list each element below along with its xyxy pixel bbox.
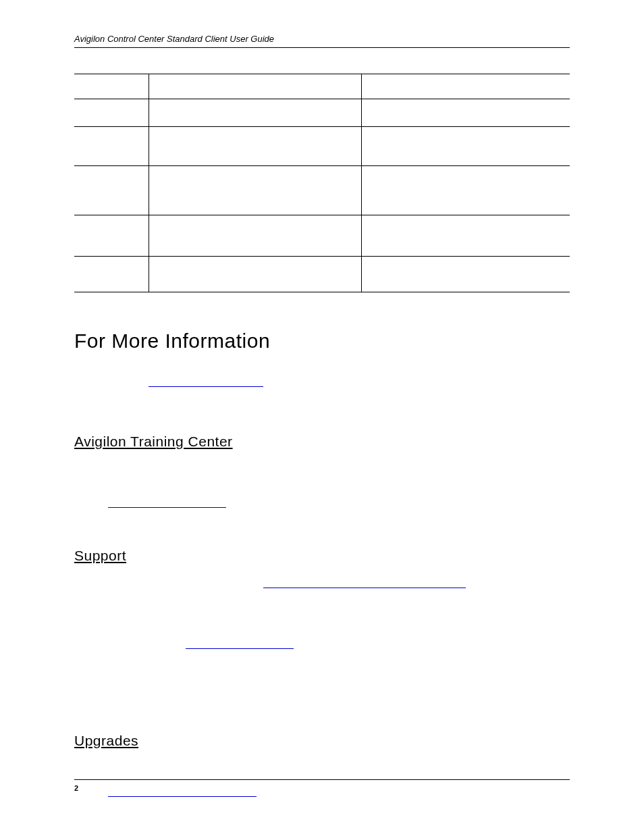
table-cell: [361, 74, 570, 99]
table-row: [74, 215, 570, 257]
heading-training-center: Avigilon Training Center: [74, 434, 570, 450]
table-row: [74, 166, 570, 215]
table-cell: [361, 99, 570, 127]
table-cell: [74, 166, 149, 215]
table-cell: [149, 166, 361, 215]
table-cell: [149, 127, 361, 166]
table-row: [74, 99, 570, 127]
table-cell: [74, 127, 149, 166]
inline-link[interactable]: [149, 386, 263, 387]
table-cell: [361, 215, 570, 257]
table-cell: [149, 74, 361, 99]
inline-link[interactable]: [108, 507, 226, 508]
page-number: 2: [74, 784, 78, 792]
table-cell: [361, 166, 570, 215]
table-row: [74, 257, 570, 292]
inline-link[interactable]: [263, 588, 466, 588]
inline-link[interactable]: [186, 648, 294, 649]
heading-support: Support: [74, 548, 570, 564]
table-cell: [149, 257, 361, 292]
table-cell: [74, 74, 149, 99]
table-row: [74, 74, 570, 99]
table-cell: [74, 257, 149, 292]
running-header: Avigilon Control Center Standard Client …: [74, 34, 570, 48]
table-cell: [361, 257, 570, 292]
inline-link[interactable]: [108, 796, 257, 797]
table-row: [74, 127, 570, 166]
table-cell: [361, 127, 570, 166]
table-cell: [74, 99, 149, 127]
table-cell: [149, 215, 361, 257]
table-cell: [74, 215, 149, 257]
feature-table: [74, 74, 570, 292]
heading-for-more-information: For More Information: [74, 330, 570, 353]
heading-upgrades: Upgrades: [74, 733, 570, 749]
table-cell: [149, 99, 361, 127]
